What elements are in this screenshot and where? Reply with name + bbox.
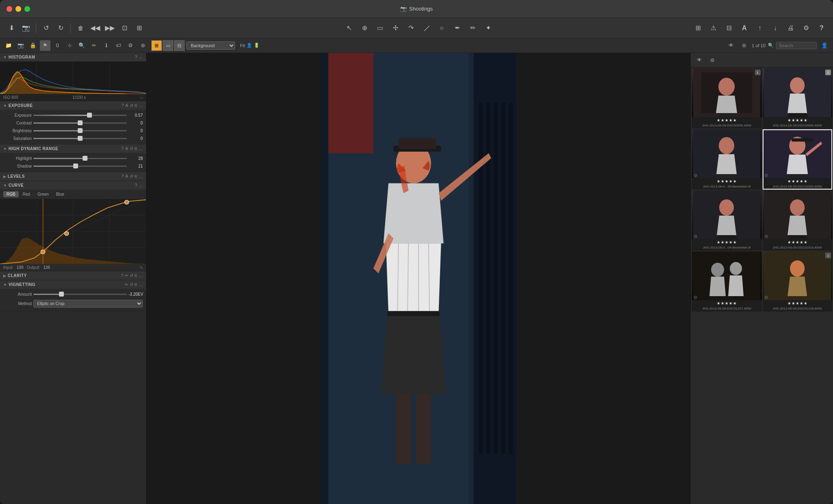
brush-tool[interactable]: ✏ — [466, 22, 479, 35]
clarity-header[interactable]: ▶ CLARITY ? ✏ ↺ ⎘ … — [0, 271, 146, 280]
rect-tool[interactable]: ▭ — [373, 22, 386, 35]
minimize-button[interactable] — [15, 6, 21, 12]
undo-btn[interactable]: ↺ — [39, 22, 52, 35]
arrow-up-btn[interactable]: ↑ — [753, 22, 766, 35]
hdr-header[interactable]: ▼ HIGH DYNAMIC RANGE ? A ↺ ⎘ … — [0, 144, 146, 153]
histogram-header[interactable]: ▼ HISTOGRAM ? … — [0, 53, 146, 61]
search-input[interactable] — [776, 42, 817, 49]
settings-btn[interactable]: ⚙ — [800, 22, 813, 35]
svg-rect-50 — [693, 251, 760, 300]
thumbnail-8[interactable]: 1 ⚙ ★★★★★ JHS-2013-08-09-DSC01108.ARW — [763, 251, 833, 312]
zoom-btn[interactable]: 🔍 — [76, 40, 87, 51]
download-btn[interactable]: ⬇ — [5, 22, 18, 35]
flag-btn[interactable]: ⚑ — [40, 40, 50, 51]
vignetting-header[interactable]: ▼ VIGNETTING ✏ ↺ ⎘ … — [0, 280, 146, 289]
curve-options-icon: … — [139, 183, 143, 188]
crop-tool[interactable]: ⊕ — [358, 22, 371, 35]
help-btn[interactable]: ? — [815, 22, 828, 35]
method-select[interactable]: Elliptic on Crop Elliptic Rectangular — [33, 300, 143, 308]
mosaic-btn[interactable]: ⊟ — [722, 22, 735, 35]
curve-tab-rgb[interactable]: RGB — [3, 191, 19, 197]
file-btn[interactable]: 📁 — [3, 40, 14, 51]
edit-btn[interactable]: ✏ — [89, 40, 99, 51]
rotate-tool[interactable]: ↷ — [404, 22, 417, 35]
thumb-5-img — [692, 190, 762, 239]
lock-btn[interactable]: 🔒 — [28, 40, 38, 51]
thumbnail-7[interactable]: ⚙ ★★★★★ JHS-2013-08-09-DSC01107.ARW — [692, 251, 762, 312]
thumbnail-6[interactable]: ⚙ ★★★★★ JHS-2013-08-09-DSC01016.ARW — [763, 190, 833, 251]
curve-tab-green[interactable]: Green — [34, 191, 52, 197]
curve-canvas[interactable] — [0, 199, 146, 264]
iso-value: ISO 800 — [3, 95, 18, 100]
eraser-tool[interactable]: ✦ — [482, 22, 495, 35]
thumbnail-2[interactable]: 2 ★★★★★ JHS-2013-08-09-DSC00956.ARW — [763, 68, 833, 129]
gear-btn[interactable]: ⚙ — [125, 40, 136, 51]
close-button[interactable] — [7, 6, 12, 12]
thumb-1-badge: 1 — [755, 70, 761, 75]
crop2-btn[interactable]: ⊹ — [64, 40, 75, 51]
grid-btn[interactable]: ⊞ — [691, 22, 704, 35]
expand-icon[interactable]: ⤡ — [140, 265, 143, 270]
cam-btn[interactable]: 📷 — [15, 40, 26, 51]
transform-tool[interactable]: ✢ — [389, 22, 402, 35]
user-btn[interactable]: 👤 — [819, 40, 830, 51]
line-tool[interactable]: — — [417, 19, 435, 37]
saturation-label: Saturation — [3, 136, 32, 141]
highlight-value: 28 — [129, 156, 143, 161]
camera-btn[interactable]: 📷 — [20, 22, 33, 35]
share-btn[interactable]: ⊛ — [137, 40, 148, 51]
thumbnail-1[interactable]: 1 ★★★★★ JHS-2013-08-09-DSC00956.ARW — [692, 68, 762, 129]
redo-btn[interactable]: ↻ — [54, 22, 67, 35]
exposure-header[interactable]: ▼ EXPOSURE ? A ↺ ⎘ … — [0, 101, 146, 110]
curve-tab-blue[interactable]: Blue — [53, 191, 68, 197]
single-layout-btn[interactable]: ▭ — [163, 40, 173, 51]
question-icon: ? — [135, 55, 137, 59]
highlight-slider[interactable] — [33, 158, 127, 159]
circle-tool[interactable]: ○ — [435, 22, 448, 35]
thumb-6-stars: ★★★★★ — [763, 239, 833, 245]
thumb-sort-btn[interactable]: ⊜ — [707, 55, 717, 65]
arrow-down-btn[interactable]: ↓ — [769, 22, 782, 35]
text-btn[interactable]: A — [738, 22, 751, 35]
dual-layout-btn[interactable]: ⊟ — [174, 40, 185, 51]
vignetting-icons: ✏ ↺ ⎘ … — [125, 282, 143, 287]
exposure-slider[interactable] — [33, 115, 127, 116]
fit-btn[interactable]: ⊞ — [133, 22, 146, 35]
background-select[interactable]: Background White Black Gray — [186, 41, 235, 50]
sort-btn[interactable]: ⊜ — [739, 40, 749, 51]
histogram-canvas — [0, 61, 146, 94]
saturation-slider-row: Saturation 0 — [0, 135, 146, 142]
alert-btn[interactable]: ⚠ — [707, 22, 720, 35]
thumbnail-5[interactable]: ⚙ ★★★★★ JHS-2013-08-0...04-Bearbeitet.ti… — [692, 190, 762, 251]
lvl-copy-icon: ⎘ — [135, 174, 137, 179]
shadow-slider[interactable] — [33, 166, 127, 167]
thumbnail-grid: 1 ★★★★★ JHS-2013-08-09-DSC00956.ARW — [691, 68, 833, 312]
svg-rect-18 — [321, 53, 328, 504]
curve-tab-red[interactable]: Red — [20, 191, 33, 197]
saturation-slider[interactable] — [33, 138, 127, 139]
info-btn[interactable]: ℹ — [101, 40, 111, 51]
amount-slider[interactable] — [33, 294, 127, 295]
toolbar-center: ↖ ⊕ ▭ ✢ ↷ — ○ ✒ ✏ ✦ — [147, 22, 690, 35]
delete-btn[interactable]: 🗑 — [74, 22, 87, 35]
brightness-slider[interactable] — [33, 130, 127, 131]
contrast-slider[interactable] — [33, 122, 127, 124]
print-btn[interactable]: 🖨 — [784, 22, 797, 35]
view-btn[interactable]: 👁 — [726, 40, 736, 51]
multi-layout-btn[interactable]: ⊞ — [151, 40, 162, 51]
forward-btn[interactable]: ▶▶ — [103, 22, 116, 35]
thumb-view-btn[interactable]: 👁 — [694, 55, 704, 65]
select-tool[interactable]: ↖ — [342, 22, 355, 35]
pen-tool[interactable]: ✒ — [451, 22, 464, 35]
tag-btn[interactable]: 🏷 — [113, 40, 124, 51]
thumbnail-3[interactable]: ⚙ ★★★★★ JHS-2013-08-0...56-Bearbeitet.ti… — [692, 129, 762, 190]
thumbnail-4[interactable]: ⚙ ★★★★★ JHS-2013-08-09-DSC01004.ARW — [763, 129, 833, 190]
curve-header[interactable]: ▼ CURVE ? … — [0, 181, 146, 190]
levels-header[interactable]: ▶ LEVELS ? A ↺ ⎘ … — [0, 172, 146, 181]
highlight-slider-row: Highlight 28 — [0, 155, 146, 162]
back-btn[interactable]: ◀◀ — [89, 22, 102, 35]
maximize-button[interactable] — [24, 6, 30, 12]
counter-btn[interactable]: 0 — [52, 40, 63, 51]
svg-rect-22 — [494, 103, 498, 454]
compare-btn[interactable]: ⊡ — [118, 22, 131, 35]
